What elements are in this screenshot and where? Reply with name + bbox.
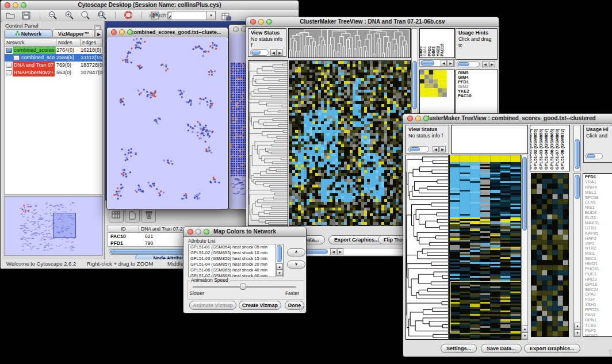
help-lifering-icon[interactable] [124, 11, 134, 22]
tv2-zoom-heatmap[interactable] [531, 173, 569, 337]
network-row-0[interactable]: combined_scores2764(0)16218(0) [5, 47, 102, 54]
open-session-icon[interactable] [5, 11, 16, 22]
attribute-item-0[interactable]: GPL51-01 (GSM854) heat shock 05 min [189, 244, 283, 250]
attribute-list[interactable]: GPL51-01 (GSM854) heat shock 05 minGPL51… [188, 244, 284, 277]
scroll-up-icon[interactable]: ▲ [522, 325, 528, 332]
treeview-dna-titlebar[interactable]: ClusterMaker TreeView : DNA and Tran 07-… [246, 17, 499, 27]
treeview-combined-window-controls[interactable] [407, 116, 429, 121]
scroll-right-icon[interactable]: ▶ [439, 146, 446, 152]
column-header-edges[interactable]: Edges [81, 39, 102, 47]
scroll-right-icon[interactable]: ▶ [337, 248, 343, 255]
tv1-heatmap[interactable] [289, 60, 411, 226]
tv2-selection-rect[interactable] [450, 281, 521, 334]
attribute-item-1[interactable]: GPL51-02 (GSM855) heat shock 10 min [189, 250, 283, 256]
zoom-out-icon[interactable] [48, 11, 58, 22]
tv1-zoom-hscrollbar[interactable]: ◀ ▶ [419, 59, 455, 67]
scroll-left-icon[interactable]: ◀ [330, 248, 336, 255]
scroll-left-icon[interactable]: ◀ [433, 146, 439, 152]
zoom-button[interactable] [204, 229, 209, 235]
settings--button[interactable]: Settings... [441, 344, 477, 353]
tv1-usage-hscrollbar[interactable] [457, 61, 480, 67]
zoom-button[interactable] [127, 29, 133, 35]
resize-grip[interactable] [609, 350, 612, 356]
minimize-button[interactable] [258, 19, 264, 25]
delete-attribute-trash-icon[interactable] [141, 209, 156, 223]
network-row-1[interactable]: combined_sco2569(6)13112(15) [5, 54, 102, 62]
column-header-nodes[interactable]: Nodes [56, 39, 81, 47]
scroll-up-icon[interactable]: ▲ [574, 323, 581, 329]
new-attribute-icon[interactable] [125, 209, 140, 223]
close-button[interactable] [407, 116, 413, 121]
close-button[interactable] [111, 29, 117, 35]
close-button[interactable] [233, 26, 239, 32]
overview-viewport-rect[interactable] [53, 213, 76, 238]
attribute-item-3[interactable]: GPL51-04 (GSM857) heat shock 20 min [189, 262, 283, 267]
tab-network[interactable]: Network [4, 29, 52, 38]
main-titlebar[interactable]: Cytoscape Desktop (Session Name: collins… [1, 1, 299, 10]
tv2-labels-vscrollbar[interactable] [573, 125, 581, 171]
tv2-column-dendrogram[interactable] [451, 125, 528, 154]
tv2-row-dendrogram[interactable] [406, 155, 449, 340]
zoom-selected-icon[interactable] [97, 11, 108, 22]
zoom-in-icon[interactable] [64, 11, 75, 22]
minimize-button[interactable] [13, 2, 18, 8]
close-button[interactable] [5, 2, 10, 8]
zoom-button[interactable] [423, 116, 429, 121]
tv2-usage-hscroll-thumb[interactable] [587, 154, 595, 158]
tv2-zoom-vscrollbar[interactable]: ▲ ▼ [573, 173, 581, 337]
scroll-left-icon[interactable]: ◀ [482, 61, 488, 67]
tv1-status-hscrollbar[interactable] [250, 49, 269, 56]
tv2-status-hscroll-thumb[interactable] [410, 147, 420, 151]
dialog-window-controls[interactable] [188, 229, 209, 235]
network-titlebar[interactable]: combined_scores_good.txt--cluste... [107, 28, 228, 37]
scroll-left-icon[interactable]: ◀ [270, 49, 277, 56]
export-graphics--button[interactable]: Export Graphics... [524, 344, 580, 353]
tv2-zoom-vscroll-thumb[interactable] [575, 175, 580, 199]
move-up-button[interactable]: ∧ [287, 248, 305, 256]
treeview-combined-titlebar[interactable]: ClusterMaker TreeView : combined_scores_… [403, 114, 612, 124]
network-canvas[interactable] [108, 37, 227, 209]
tv1-vscroll-thumb[interactable] [412, 61, 417, 109]
tab-scroll-right-button[interactable]: ▶ [95, 29, 103, 38]
create-vizmap-button[interactable]: Create Vizmap [239, 301, 281, 310]
scroll-down-icon[interactable]: ▼ [276, 270, 283, 276]
move-down-button[interactable]: ∨ [287, 260, 305, 269]
attribute-list-vscroll-thumb[interactable] [277, 245, 282, 262]
network-row-3[interactable]: RNAPuberNov2+563(0)107847(0) [5, 69, 102, 76]
tv1-zoom-matrix[interactable] [420, 70, 447, 97]
tv2-usage-hscrollbar[interactable] [586, 153, 603, 159]
scroll-right-icon[interactable]: ▶ [447, 60, 454, 67]
attribute-item-2[interactable]: GPL51-03 (GSM856) heat shock 15 min [189, 256, 283, 262]
zoom-button[interactable] [266, 19, 272, 25]
close-button[interactable] [250, 19, 256, 25]
search-dropdown-arrow-icon[interactable]: ▼ [206, 11, 216, 20]
attribute-item-5[interactable]: GPL51-07 (GSM868) heat shock 60 min [189, 273, 283, 277]
tv1-row-dendrogram[interactable] [248, 60, 288, 226]
zoom-fit-icon[interactable] [81, 11, 91, 22]
network-overview-panel[interactable] [4, 196, 103, 256]
close-button[interactable] [188, 229, 193, 235]
scroll-left-icon[interactable]: ◀ [441, 60, 447, 67]
tv1-column-dendrogram[interactable] [288, 28, 411, 58]
minimize-button[interactable] [415, 116, 421, 121]
tv1-status-hscroll-thumb[interactable] [251, 51, 261, 55]
save-data--button[interactable]: Save Data... [481, 344, 522, 353]
export-graphics--button[interactable]: Export Graphics... [328, 235, 385, 244]
resize-grip[interactable] [299, 306, 305, 312]
search-input[interactable] [171, 11, 208, 20]
network-window-controls[interactable] [111, 29, 133, 35]
scroll-down-icon[interactable]: ▼ [574, 329, 581, 336]
scroll-down-icon[interactable]: ▼ [522, 332, 528, 339]
scroll-up-icon[interactable]: ▲ [276, 263, 283, 270]
tv1-zoom-hscroll-thumb[interactable] [420, 60, 434, 66]
tv1-bottom-hscroll-thumb[interactable] [306, 249, 328, 254]
zoom-button[interactable] [21, 2, 26, 8]
tv2-status-hscrollbar[interactable] [408, 146, 429, 152]
attribute-list-vscrollbar[interactable]: ▲ ▼ [276, 244, 283, 277]
minimize-button[interactable] [119, 29, 125, 35]
main-window-controls[interactable] [5, 2, 26, 8]
treeview-dna-window-controls[interactable] [250, 19, 272, 25]
tv2-labels-vscroll-thumb[interactable] [575, 139, 580, 169]
scroll-right-icon[interactable]: ▶ [277, 49, 283, 56]
tab-vizmapper[interactable]: VizMapper™ [52, 29, 95, 38]
